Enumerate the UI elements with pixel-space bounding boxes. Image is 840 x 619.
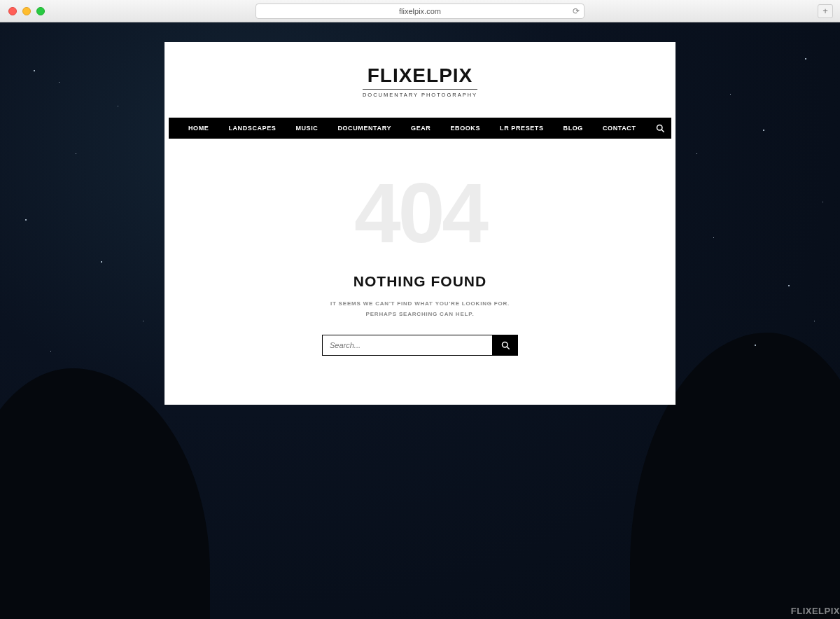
content-card: FLIXELPIX DOCUMENTARY PHOTOGRAPHY HOME L… [164,42,676,405]
browser-toolbar: flixelpix.com ⟳ + [0,0,840,22]
main-nav: HOME LANDSCAPES MUSIC DOCUMENTARY GEAR E… [169,118,671,139]
logo-title: FLIXELPIX [164,64,676,87]
error-heading: NOTHING FOUND [186,273,654,290]
minimize-window-button[interactable] [22,7,31,15]
search-button[interactable] [493,335,518,356]
maximize-window-button[interactable] [36,7,45,15]
error-section: 404 NOTHING FOUND IT SEEMS WE CAN'T FIND… [164,139,676,405]
nav-search-icon[interactable] [656,124,664,132]
nav-music[interactable]: MUSIC [286,118,328,139]
error-subtext-line2: PERHAPS SEARCHING CAN HELP. [186,309,654,319]
nav-contact[interactable]: CONTACT [593,118,646,139]
nav-landscapes[interactable]: LANDSCAPES [218,118,286,139]
window-controls [8,7,45,15]
svg-line-1 [662,130,664,132]
close-window-button[interactable] [8,7,17,15]
background-hill-left [0,368,210,619]
nav-gear[interactable]: GEAR [401,118,440,139]
site-logo[interactable]: FLIXELPIX DOCUMENTARY PHOTOGRAPHY [164,42,676,118]
error-subtext: IT SEEMS WE CAN'T FIND WHAT YOU'RE LOOKI… [186,298,654,319]
error-code: 404 [186,171,654,255]
nav-lr-presets[interactable]: LR PRESETS [490,118,554,139]
watermark: FLIXELPIX [791,606,840,616]
search-form [322,335,518,356]
error-subtext-line1: IT SEEMS WE CAN'T FIND WHAT YOU'RE LOOKI… [186,298,654,309]
search-input[interactable] [322,335,493,356]
logo-subtitle: DOCUMENTARY PHOTOGRAPHY [363,89,477,98]
reload-icon[interactable]: ⟳ [573,6,580,16]
search-icon [501,341,510,349]
nav-documentary[interactable]: DOCUMENTARY [328,118,401,139]
svg-line-3 [507,347,509,349]
nav-ebooks[interactable]: EBOOKS [440,118,490,139]
address-bar[interactable]: flixelpix.com ⟳ [255,4,584,19]
nav-home[interactable]: HOME [178,118,218,139]
new-tab-button[interactable]: + [818,4,833,18]
nav-blog[interactable]: BLOG [554,118,593,139]
address-url: flixelpix.com [399,7,441,15]
